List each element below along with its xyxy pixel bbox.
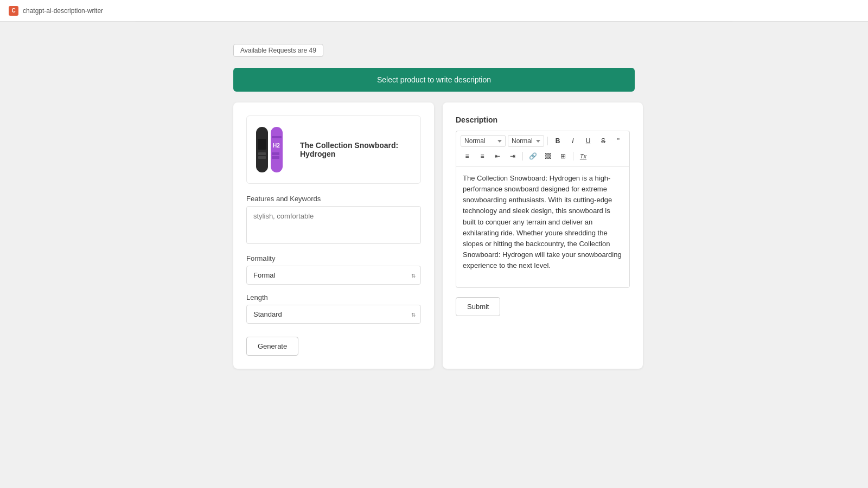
length-label: Length (246, 293, 421, 301)
italic-button[interactable]: I (566, 134, 579, 147)
app-title: chatgpt-ai-description-writer (23, 7, 103, 15)
image-button[interactable]: 🖼 (541, 150, 554, 163)
table-button[interactable]: ⊞ (557, 150, 570, 163)
toolbar-row-1: Normal Heading 1 Heading 2 Normal Small … (461, 134, 625, 147)
underline-button[interactable]: U (582, 134, 595, 147)
link-button[interactable]: 🔗 (526, 150, 539, 163)
svg-rect-3 (258, 156, 266, 159)
right-panel: Description Normal Heading 1 Heading 2 N… (443, 102, 643, 369)
toolbar-divider-3 (573, 152, 573, 160)
size-select[interactable]: Normal Small Large (508, 135, 544, 147)
formality-wrapper: Formal Informal Casual ⇅ (246, 266, 421, 285)
features-label: Features and Keywords (246, 195, 421, 203)
toolbar-divider-2 (522, 152, 523, 160)
style-select[interactable]: Normal Heading 1 Heading 2 (461, 135, 506, 147)
quote-button[interactable]: " (612, 134, 625, 147)
product-name: The Collection Snowboard: Hydrogen (300, 141, 398, 158)
editor-toolbar: Normal Heading 1 Heading 2 Normal Small … (456, 131, 630, 166)
svg-rect-7 (272, 156, 279, 159)
left-panel: H2 The Collection Snowboard: Hydrogen Fe… (233, 102, 434, 369)
description-title: Description (456, 115, 630, 124)
svg-rect-1 (258, 139, 266, 150)
bold-button[interactable]: B (551, 134, 564, 147)
snowboard-svg: H2 (253, 123, 291, 177)
list-button-2[interactable]: ≡ (476, 150, 489, 163)
top-bar: C chatgpt-ai-description-writer (0, 0, 868, 22)
product-image: H2 (253, 123, 291, 177)
length-select[interactable]: Short Standard Long (246, 305, 421, 324)
product-card: H2 The Collection Snowboard: Hydrogen (246, 115, 421, 184)
length-wrapper: Short Standard Long ⇅ (246, 305, 421, 324)
svg-rect-4 (271, 127, 283, 172)
svg-rect-5 (272, 136, 282, 138)
features-input[interactable] (246, 206, 421, 244)
main-content: Available Requests are 49 Select product… (212, 22, 656, 390)
strikethrough-button[interactable]: S (597, 134, 610, 147)
svg-rect-2 (258, 152, 266, 155)
list-button-1[interactable]: ≡ (461, 150, 474, 163)
toolbar-divider-1 (547, 137, 548, 145)
toolbar-row-2: ≡ ≡ ⇤ ⇥ 🔗 🖼 ⊞ Tx (461, 150, 625, 163)
clear-format-button[interactable]: Tx (577, 150, 590, 163)
formality-select[interactable]: Formal Informal Casual (246, 266, 421, 285)
generate-button[interactable]: Generate (246, 337, 298, 356)
formality-label: Formality (246, 254, 421, 262)
submit-button[interactable]: Submit (456, 297, 500, 316)
two-col-layout: H2 The Collection Snowboard: Hydrogen Fe… (233, 102, 635, 369)
indent-left-button[interactable]: ⇤ (491, 150, 504, 163)
svg-rect-6 (272, 152, 279, 155)
indent-right-button[interactable]: ⇥ (506, 150, 519, 163)
svg-text:H2: H2 (273, 143, 280, 149)
app-icon: C (9, 6, 18, 16)
description-textarea[interactable] (456, 166, 630, 288)
header-bar: Select product to write description (233, 68, 635, 92)
requests-badge: Available Requests are 49 (233, 44, 323, 57)
